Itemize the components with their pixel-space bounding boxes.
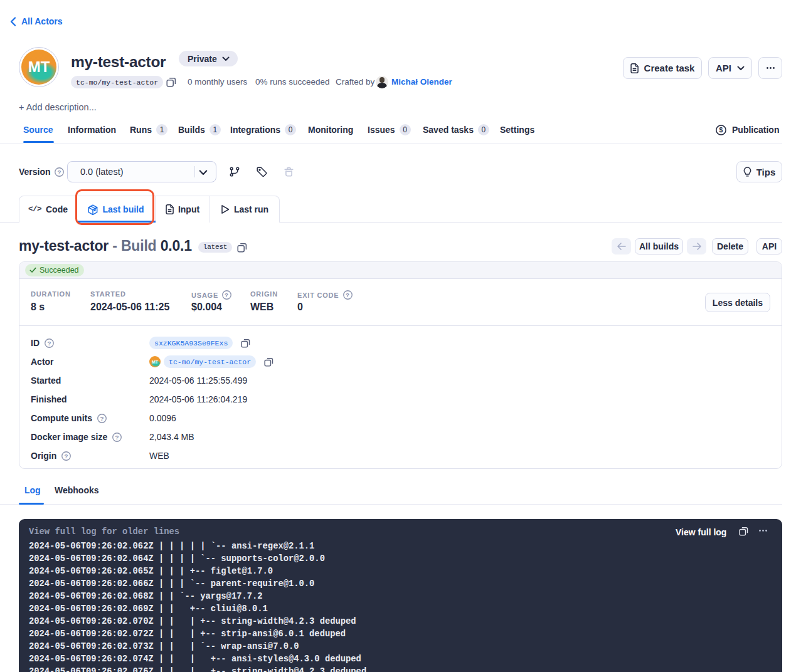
svg-text:?: ?: [65, 453, 68, 459]
svg-text:?: ?: [47, 340, 51, 347]
svg-text:?: ?: [115, 434, 119, 441]
svg-text:?: ?: [346, 291, 350, 298]
svg-text:?: ?: [225, 291, 229, 298]
svg-text:?: ?: [57, 169, 61, 176]
svg-text:$: $: [719, 126, 723, 134]
svg-text:?: ?: [100, 415, 103, 422]
